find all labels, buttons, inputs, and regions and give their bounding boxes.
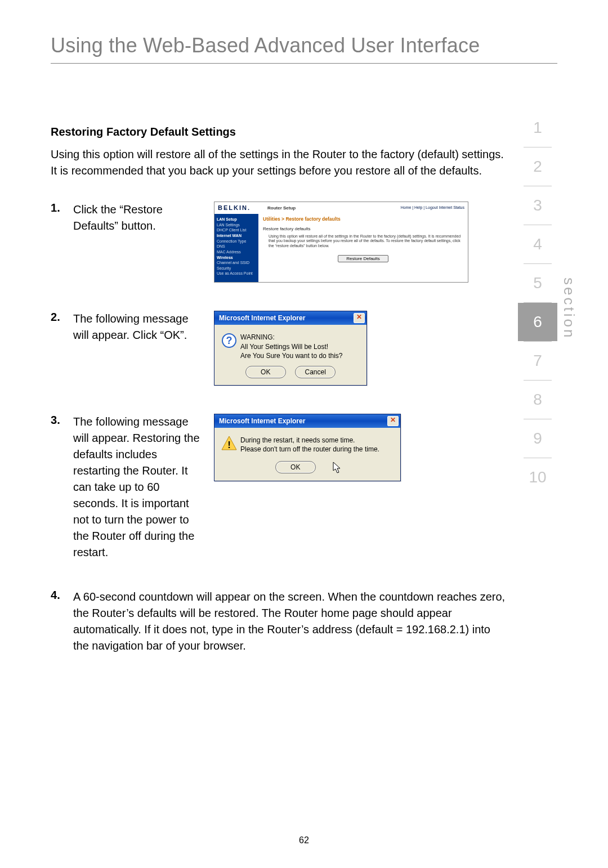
step-3: The following message will appear. Resto… — [51, 414, 507, 561]
dialog-line: During the restart, it needs some time. — [240, 436, 394, 445]
dialog-line: WARNING: — [240, 333, 360, 342]
cursor-icon — [333, 462, 343, 476]
dialog-title: Microsoft Internet Explorer — [219, 314, 305, 322]
section-heading: Restoring Factory Default Settings — [51, 126, 507, 138]
section-label: section — [560, 278, 578, 339]
step-2: The following message will appear. Click… — [51, 311, 507, 386]
intro-paragraph: Using this option will restore all of th… — [51, 146, 507, 179]
section-tab-10[interactable]: 10 — [518, 458, 557, 496]
ok-button[interactable]: OK — [245, 366, 286, 378]
question-icon: ? — [221, 333, 240, 360]
step-4-text: A 60-second countdown will appear on the… — [73, 589, 507, 654]
router-brand: BELKIN. — [218, 204, 251, 212]
router-breadcrumb: Utilities > Restore factory defaults — [263, 216, 463, 222]
sidebar-item: Security — [217, 266, 256, 271]
sidebar-item: Connection Type — [217, 239, 256, 244]
close-icon[interactable]: ✕ — [387, 416, 399, 426]
step-3-text: The following message will appear. Resto… — [73, 414, 214, 561]
sidebar-item: DNS — [217, 244, 256, 249]
router-sidebar: LAN Setup LAN Settings DHCP Client List … — [214, 214, 258, 282]
step-4: A 60-second countdown will appear on the… — [51, 589, 507, 654]
restart-dialog: Microsoft Internet Explorer ✕ ! — [214, 414, 401, 481]
sidebar-item: LAN Settings — [217, 223, 256, 227]
svg-text:?: ? — [226, 335, 233, 346]
chapter-title: Using the Web-Based Advanced User Interf… — [51, 34, 557, 57]
sidebar-item: MAC Address — [217, 250, 256, 254]
section-nav: section 12345678910 — [518, 109, 557, 496]
router-ui-screenshot: BELKIN. Router Setup Home | Help | Logou… — [214, 202, 468, 283]
page-number: 62 — [0, 835, 608, 845]
warning-icon: ! — [221, 436, 240, 454]
svg-text:!: ! — [227, 440, 231, 450]
section-tab-3[interactable]: 3 — [518, 186, 557, 225]
section-tab-1[interactable]: 1 — [518, 109, 557, 147]
step-1-text: Click the “Restore Defaults” button. — [73, 202, 214, 234]
dialog-title: Microsoft Internet Explorer — [219, 417, 305, 425]
warning-dialog: Microsoft Internet Explorer ✕ ? — [214, 311, 367, 386]
router-desc: Using this option will restore all of th… — [263, 234, 463, 248]
dialog-line: All Your Settings Will be Lost! — [240, 342, 360, 351]
section-tab-7[interactable]: 7 — [518, 342, 557, 380]
section-tab-5[interactable]: 5 — [518, 264, 557, 302]
chapter-rule — [51, 63, 557, 64]
router-desc-title: Restore factory defaults — [263, 226, 463, 232]
sidebar-item: Use as Access Point — [217, 271, 256, 276]
sidebar-item: Channel and SSID — [217, 261, 256, 265]
section-tab-6[interactable]: 6 — [518, 303, 557, 341]
section-tab-4[interactable]: 4 — [518, 225, 557, 263]
close-icon[interactable]: ✕ — [354, 313, 365, 323]
sidebar-item: DHCP Client List — [217, 228, 256, 232]
section-tab-2[interactable]: 2 — [518, 147, 557, 186]
router-subtitle: Router Setup — [251, 205, 401, 211]
cancel-button[interactable]: Cancel — [295, 366, 336, 378]
dialog-line: Please don't turn off the router during … — [240, 445, 394, 454]
ok-button[interactable]: OK — [275, 461, 316, 473]
section-tab-9[interactable]: 9 — [518, 419, 557, 458]
router-top-links: Home | Help | Logout Internet Status — [401, 205, 464, 210]
section-tab-8[interactable]: 8 — [518, 381, 557, 419]
step-1: Click the “Restore Defaults” button. BEL… — [51, 202, 507, 283]
sidebar-cat-wan: Internet WAN — [217, 234, 256, 238]
restore-defaults-button[interactable]: Restore Defaults — [338, 255, 388, 262]
step-2-text: The following message will appear. Click… — [73, 311, 214, 343]
sidebar-cat-wireless: Wireless — [217, 256, 256, 260]
sidebar-cat-lan: LAN Setup — [217, 217, 256, 222]
dialog-line: Are You Sure You want to do this? — [240, 351, 360, 360]
